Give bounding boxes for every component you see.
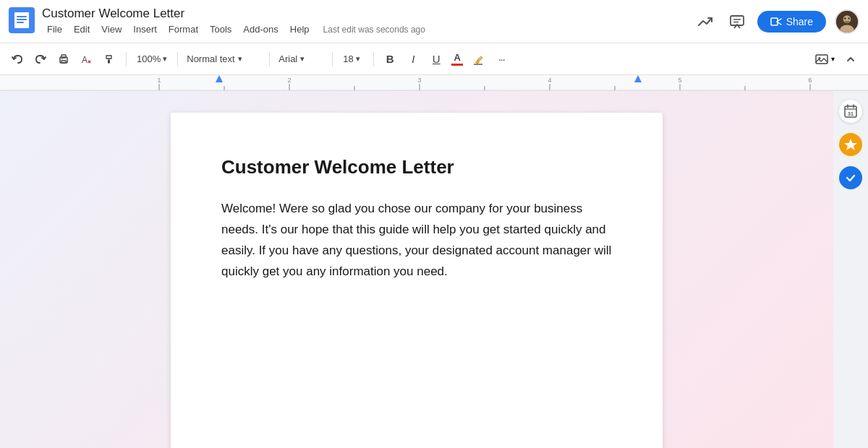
svg-rect-2: [17, 16, 27, 17]
svg-rect-16: [61, 61, 66, 63]
page-area: Customer Welcome Letter Welcome! Were so…: [0, 91, 833, 448]
document-page[interactable]: Customer Welcome Letter Welcome! Were so…: [171, 113, 663, 448]
menu-insert[interactable]: Insert: [128, 22, 162, 36]
font-size-selector[interactable]: 18 ▾: [339, 49, 367, 69]
svg-text:31: 31: [848, 111, 854, 116]
toolbar: A 100% ▾ Normal text ▾ Arial ▾ 18 ▾ B I: [0, 43, 868, 75]
svg-text:4: 4: [548, 77, 551, 84]
user-avatar[interactable]: [835, 9, 859, 34]
last-edit-status: Last edit was seconds ago: [323, 25, 425, 35]
svg-text:A: A: [82, 55, 88, 65]
font-size-chevron: ▾: [356, 54, 360, 64]
menu-bar: File Edit View Insert Format Tools Add-o…: [42, 22, 686, 36]
svg-text:1: 1: [157, 77, 161, 84]
menu-edit[interactable]: Edit: [69, 22, 95, 36]
document-body: Welcome! Were so glad you chose our comp…: [221, 199, 612, 283]
divider-4: [332, 52, 333, 66]
zoom-chevron: ▾: [163, 54, 167, 64]
trending-icon[interactable]: [694, 10, 717, 33]
share-button[interactable]: Share: [757, 11, 826, 33]
content-area: Customer Welcome Letter Welcome! Were so…: [0, 91, 868, 448]
paragraph-style-chevron: ▾: [238, 54, 242, 64]
share-label: Share: [786, 16, 813, 27]
collapse-toolbar-button[interactable]: [841, 49, 861, 69]
svg-rect-19: [108, 60, 110, 63]
svg-text:2: 2: [287, 77, 291, 84]
comment-icon[interactable]: [726, 10, 749, 33]
font-size-value: 18: [343, 53, 353, 64]
menu-view[interactable]: View: [96, 22, 127, 36]
font-selector[interactable]: Arial ▾: [276, 49, 326, 69]
divider-3: [269, 52, 270, 66]
svg-text:6: 6: [808, 77, 812, 84]
font-value: Arial: [278, 53, 297, 64]
title-menu-area: Customer Welcome Letter File Edit View I…: [42, 7, 686, 36]
text-color-button[interactable]: A: [449, 50, 465, 68]
divider-1: [126, 52, 127, 66]
svg-point-13: [848, 17, 850, 20]
svg-text:3: 3: [417, 77, 421, 84]
divider-5: [373, 52, 374, 66]
svg-text:5: 5: [678, 77, 681, 84]
svg-rect-4: [17, 22, 24, 23]
bold-button[interactable]: B: [380, 49, 400, 69]
document-title[interactable]: Customer Welcome Letter: [42, 7, 686, 21]
text-color-bar: [451, 64, 463, 66]
undo-button[interactable]: [7, 49, 27, 69]
svg-rect-15: [61, 55, 66, 58]
menu-tools[interactable]: Tools: [205, 22, 237, 36]
zoom-selector[interactable]: 100% ▾: [132, 49, 171, 69]
check-sidebar-icon[interactable]: [839, 166, 862, 189]
star-sidebar-icon[interactable]: [839, 133, 862, 156]
svg-rect-3: [17, 19, 27, 20]
svg-point-17: [61, 58, 63, 59]
paragraph-style-selector[interactable]: Normal text ▾: [184, 49, 263, 69]
svg-marker-49: [844, 139, 857, 150]
top-bar-actions: Share: [694, 9, 859, 34]
image-insert-button[interactable]: ▾: [812, 49, 838, 69]
zoom-value: 100%: [137, 53, 161, 64]
font-chevron: ▾: [300, 54, 305, 64]
document-heading: Customer Welcome Letter: [221, 156, 612, 178]
right-sidebar: 31: [833, 91, 868, 448]
calendar-sidebar-icon[interactable]: 31: [839, 100, 862, 123]
redo-button[interactable]: [30, 49, 51, 69]
image-chevron: ▾: [831, 55, 835, 63]
underline-button[interactable]: U: [426, 49, 446, 69]
divider-2: [177, 52, 178, 66]
more-options-button[interactable]: ···: [491, 49, 511, 69]
paint-format-button[interactable]: [100, 49, 120, 69]
spellcheck-button[interactable]: A: [77, 49, 97, 69]
doc-icon: [9, 7, 35, 36]
svg-rect-23: [0, 75, 868, 91]
svg-point-12: [844, 17, 846, 20]
menu-help[interactable]: Help: [285, 22, 315, 36]
ruler: 1 2 3 4 5 6: [0, 75, 868, 91]
highlight-button[interactable]: [468, 49, 488, 69]
paragraph-style-value: Normal text: [187, 53, 234, 64]
menu-format[interactable]: Format: [163, 22, 203, 36]
svg-rect-21: [816, 55, 827, 64]
menu-addons[interactable]: Add-ons: [238, 22, 283, 36]
top-bar: Customer Welcome Letter File Edit View I…: [0, 0, 868, 43]
print-button[interactable]: [54, 49, 74, 69]
italic-button[interactable]: I: [403, 49, 423, 69]
menu-file[interactable]: File: [42, 22, 67, 36]
